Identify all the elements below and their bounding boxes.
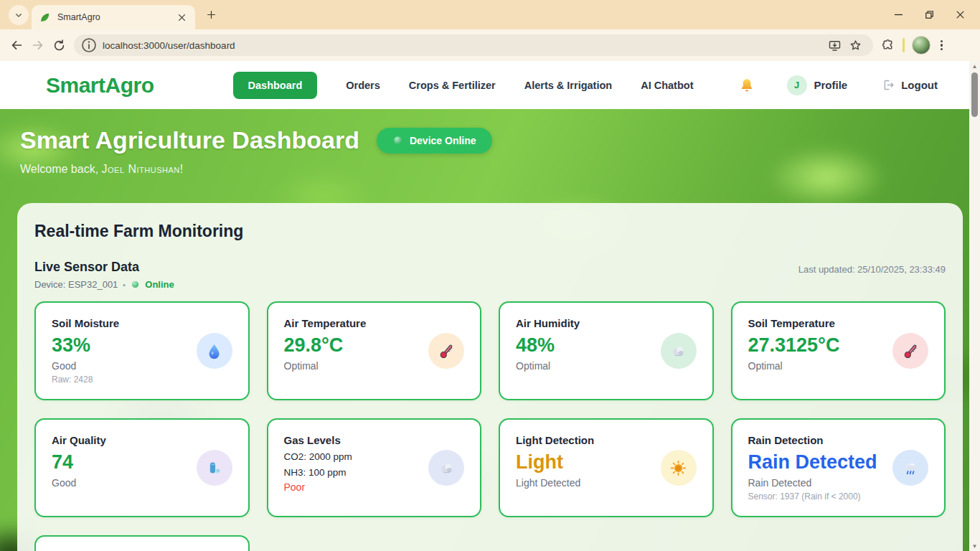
url-text: localhost:3000/user/dashboard	[103, 40, 827, 51]
scroll-up-arrow[interactable]: ▲	[969, 61, 980, 71]
subsection-title: Live Sensor Data	[34, 260, 139, 275]
device-online-label: Device Online	[410, 135, 476, 146]
profile-button[interactable]: J Profile	[787, 75, 848, 95]
mist-icon	[428, 450, 464, 486]
last-updated: Last updated: 25/10/2025, 23:33:49	[798, 264, 946, 275]
sensor-title: Gas Levels	[284, 434, 465, 446]
online-status: Online	[145, 279, 174, 290]
tab-close-icon[interactable]	[176, 11, 188, 24]
profile-avatar: J	[787, 75, 807, 95]
logout-button[interactable]: Logout	[882, 78, 938, 92]
browser-menu-icon[interactable]	[938, 37, 946, 54]
sensor-title: Soil Moisture	[52, 317, 232, 329]
nav-links: Dashboard Orders Crops & Fertilizer Aler…	[233, 72, 694, 99]
browser-window: SmartAgro localhost:3000/user/dashboard	[0, 0, 980, 61]
sensor-title: Air Humidity	[516, 317, 697, 329]
user-name: Joel Nithushan	[102, 163, 180, 175]
toolbar-right	[880, 36, 946, 55]
thermometer-icon	[428, 333, 464, 369]
browser-toolbar: localhost:3000/user/dashboard	[0, 29, 980, 61]
nav-right: J Profile Logout	[738, 75, 938, 95]
sensor-card: Air Quality 74 Good	[34, 418, 250, 517]
device-online-badge: Device Online	[377, 128, 492, 154]
sensor-title: Rain Detection	[748, 434, 929, 446]
tab-title: SmartAgro	[57, 12, 176, 22]
sensor-title: Soil Temperature	[748, 317, 929, 329]
minimize-button[interactable]	[892, 8, 905, 22]
reload-button[interactable]	[52, 38, 67, 53]
sensor-raw-value: Raw: 2428	[52, 375, 232, 385]
new-tab-button[interactable]	[205, 9, 217, 21]
sensor-card: Soil Temperature 27.3125°C Optimal	[731, 301, 946, 400]
sensor-card: Rain Detection Rain Detected Rain Detect…	[731, 418, 946, 517]
nav-item-crops-fertilizer[interactable]: Crops & Fertilizer	[409, 80, 496, 91]
sensor-card: Gas Levels CO2: 2000 ppmNH3: 100 ppm Poo…	[267, 418, 482, 517]
hero-banner: Smart Agriculture Dashboard Device Onlin…	[0, 109, 969, 203]
browser-tab[interactable]: SmartAgro	[32, 5, 195, 29]
browser-profile-avatar[interactable]	[912, 36, 930, 55]
page-scrollbar[interactable]: ▲ ▼	[969, 61, 980, 551]
wind-face-icon	[197, 450, 232, 486]
extension-indicator-bar	[903, 38, 905, 52]
device-status-line: Device: ESP32_001 ▪ Online	[34, 279, 946, 290]
sensor-raw-value: Sensor: 1937 (Rain if < 2000)	[748, 491, 929, 501]
sensor-card-partial	[34, 535, 250, 551]
close-window-button[interactable]	[953, 8, 967, 22]
online-status-dot-icon	[131, 280, 140, 289]
logout-label: Logout	[901, 79, 938, 91]
tab-strip: SmartAgro	[0, 0, 980, 29]
sensor-title: Air Temperature	[284, 317, 465, 329]
sun-icon	[661, 450, 697, 486]
sensor-card: Light Detection Light Light Detected	[499, 418, 714, 517]
page-title: Smart Agriculture Dashboard	[20, 126, 359, 154]
section-title: Real-time Farm Monitoring	[34, 222, 946, 241]
sensor-grid: Soil Moisture 33% Good Raw: 2428 Air Tem…	[34, 301, 946, 551]
install-app-icon[interactable]	[827, 38, 842, 53]
profile-label: Profile	[814, 79, 848, 91]
tab-search-button[interactable]	[9, 5, 29, 25]
monitoring-panel: Real-time Farm Monitoring Live Sensor Da…	[17, 203, 963, 551]
rain-cloud-icon	[892, 450, 928, 486]
bookmark-star-icon[interactable]	[848, 38, 863, 53]
dashboard-page: Smart Agriculture Dashboard Device Onlin…	[0, 109, 969, 551]
forward-button[interactable]	[30, 37, 46, 53]
extensions-icon[interactable]	[880, 38, 895, 53]
scrollbar-thumb[interactable]	[971, 72, 978, 117]
sensor-card: Air Humidity 48% Optimal	[499, 301, 714, 400]
chevron-down-icon	[13, 9, 24, 21]
leaf-favicon-icon	[39, 11, 51, 24]
site-navbar: SmartAgro Dashboard Orders Crops & Ferti…	[0, 61, 969, 109]
thermometer-icon	[892, 333, 928, 369]
restore-button[interactable]	[923, 8, 936, 22]
sensor-title: Air Quality	[52, 434, 232, 446]
device-id: Device: ESP32_001	[34, 279, 118, 290]
notification-bell-icon[interactable]	[738, 77, 755, 94]
scroll-down-arrow[interactable]: ▼	[969, 541, 980, 551]
web-content: SmartAgro Dashboard Orders Crops & Ferti…	[0, 61, 980, 551]
droplet-icon	[197, 333, 232, 369]
window-controls	[892, 0, 980, 29]
sensor-title: Light Detection	[516, 434, 697, 446]
brand-logo[interactable]: SmartAgro	[46, 73, 154, 98]
sensor-card: Air Temperature 29.8°C Optimal	[267, 301, 482, 400]
nav-item-dashboard[interactable]: Dashboard	[233, 72, 318, 99]
back-button[interactable]	[9, 37, 24, 53]
site-info-icon[interactable]	[80, 36, 98, 55]
online-dot-icon	[392, 135, 403, 146]
nav-item-orders[interactable]: Orders	[346, 80, 380, 91]
address-bar[interactable]: localhost:3000/user/dashboard	[74, 34, 873, 56]
logout-icon	[882, 78, 895, 92]
sensor-card: Soil Moisture 33% Good Raw: 2428	[34, 301, 250, 400]
welcome-message: Welcome back, Joel Nithushan!	[20, 163, 969, 176]
nav-item-alerts-irrigation[interactable]: Alerts & Irrigation	[524, 80, 612, 91]
nav-item-ai-chatbot[interactable]: AI Chatbot	[641, 80, 693, 91]
mist-icon	[661, 333, 697, 369]
